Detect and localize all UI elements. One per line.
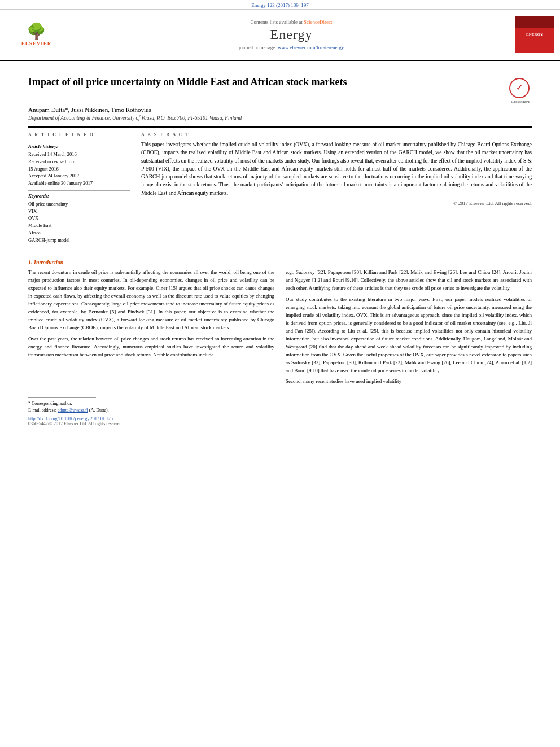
keyword-2: VIX xyxy=(28,208,130,215)
keyword-1: Oil price uncertainty xyxy=(28,200,130,208)
article-history: Article history: Received 14 March 2016 … xyxy=(28,141,130,187)
article-title-text: Impact of oil price uncertainty on Middl… xyxy=(28,76,509,89)
keyword-4: Middle East xyxy=(28,222,130,229)
accepted-line: Accepted 24 January 2017 xyxy=(28,172,130,180)
doi-link[interactable]: http://dx.doi.org/10.1016/j.energy.2017.… xyxy=(28,416,113,421)
authors-line: Anupam Dutta*, Jussi Nikkinen, Timo Roth… xyxy=(28,106,532,113)
journal-reference: Energy 123 (2017) 189–197 xyxy=(0,0,560,10)
info-abstract-row: A R T I C L E I N F O Article history: R… xyxy=(28,126,532,247)
abstract-text: This paper investigates whether the impl… xyxy=(141,141,532,197)
journal-title: Energy xyxy=(270,27,313,42)
body-para-5: Second, many recent studies have used im… xyxy=(286,378,532,386)
issn-line: 0360-5442/© 2017 Elsevier Ltd. All right… xyxy=(28,421,532,426)
copyright-text: © 2017 Elsevier Ltd. All rights reserved… xyxy=(141,200,532,206)
abstract-col: A B S T R A C T This paper investigates … xyxy=(141,132,532,247)
journal-homepage: journal homepage: www.elsevier.com/locat… xyxy=(239,45,344,50)
crossmark-logo: ✓ CrossMark xyxy=(509,78,532,101)
footnote-divider xyxy=(28,397,96,398)
article-header: Impact of oil price uncertainty on Middl… xyxy=(0,61,560,252)
doi-line: http://dx.doi.org/10.1016/j.energy.2017.… xyxy=(28,416,532,421)
email-link[interactable]: adutta@uwasa.fi xyxy=(58,408,88,413)
authors-text: Anupam Dutta*, Jussi Nikkinen, Timo Roth… xyxy=(28,106,151,113)
crossmark-label: CrossMark xyxy=(509,99,532,104)
revised-date: 15 August 2016 xyxy=(28,165,130,173)
article-body: 1. Introduction The recent downturn in c… xyxy=(0,252,560,389)
sciencedirect-link: Contents lists available at ScienceDirec… xyxy=(251,19,333,25)
affiliation-text: Department of Accounting & Finance, Univ… xyxy=(28,115,532,121)
footnote-area: * Corresponding author. E-mail address: … xyxy=(0,394,560,429)
body-para-4: Our study contributes to the existing li… xyxy=(286,296,532,374)
email-suffix: (A. Dutta). xyxy=(89,408,109,413)
keywords-section: Keywords: Oil price uncertainty VIX OVX … xyxy=(28,190,130,244)
received-line: Received 14 March 2016 xyxy=(28,151,130,158)
journal-header: 🌳 ELSEVIER Contents lists available at S… xyxy=(0,10,560,61)
homepage-url[interactable]: www.elsevier.com/locate/energy xyxy=(278,45,344,50)
article-title-row: Impact of oil price uncertainty on Middl… xyxy=(28,76,532,101)
revised-label: Received in revised form xyxy=(28,158,130,165)
section1-heading: 1. Introduction xyxy=(28,259,532,265)
keyword-6: GARCH-jump model xyxy=(28,237,130,244)
footnote-corresponding: * Corresponding author. xyxy=(28,400,532,407)
article-info-label: A R T I C L E I N F O xyxy=(28,132,130,137)
elsevier-logo-area: 🌳 ELSEVIER xyxy=(0,14,73,55)
body-left-col: The recent downturn in crude oil price i… xyxy=(28,269,274,389)
elsevier-tree-icon: 🌳 xyxy=(27,24,46,40)
footnote-email: E-mail address: adutta@uwasa.fi (A. Dutt… xyxy=(28,407,532,414)
abstract-label: A B S T R A C T xyxy=(141,132,532,137)
keyword-5: Africa xyxy=(28,229,130,237)
available-line: Available online 30 January 2017 xyxy=(28,180,130,187)
keyword-3: OVX xyxy=(28,215,130,222)
keywords-list: Oil price uncertainty VIX OVX Middle Eas… xyxy=(28,200,130,244)
body-right-col: e.g., Sadorsky [32], Papapetrou [30], Ki… xyxy=(286,269,532,389)
crossmark-icon: ✓ xyxy=(509,78,530,98)
journal-center: Contents lists available at ScienceDirec… xyxy=(73,14,509,55)
body-columns: The recent downturn in crude oil price i… xyxy=(28,269,532,389)
article-info-col: A R T I C L E I N F O Article history: R… xyxy=(28,132,130,247)
email-label: E-mail address: xyxy=(28,408,56,413)
journal-ref-text: Energy 123 (2017) 189–197 xyxy=(251,2,309,8)
corresponding-label: * Corresponding author. xyxy=(28,401,72,406)
body-para-2: Over the past years, the relation betwee… xyxy=(28,335,274,359)
body-para-3: e.g., Sadorsky [32], Papapetrou [30], Ki… xyxy=(286,269,532,292)
keywords-label: Keywords: xyxy=(28,193,130,199)
body-para-1: The recent downturn in crude oil price i… xyxy=(28,269,274,332)
energy-logo-box: ENERGY xyxy=(509,14,560,55)
elsevier-brand-text: ELSEVIER xyxy=(21,41,52,46)
contents-text: Contents lists available at xyxy=(251,19,303,25)
sciencedirect-anchor[interactable]: ScienceDirect xyxy=(304,19,332,25)
energy-journal-logo: ENERGY xyxy=(515,16,554,53)
homepage-label: journal homepage: xyxy=(239,45,277,50)
history-label: Article history: xyxy=(28,143,130,149)
